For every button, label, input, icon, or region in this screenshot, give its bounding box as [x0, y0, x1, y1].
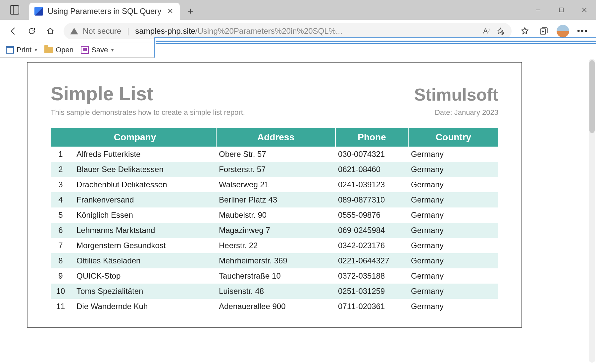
cell-company: Die Wandernde Kuh [71, 299, 216, 314]
favorite-icon[interactable] [496, 26, 505, 36]
cell-num: 8 [51, 253, 71, 268]
window-controls [526, 0, 596, 20]
browser-tab[interactable]: Using Parameters in SQL Query ✕ [29, 3, 180, 20]
cell-company: Drachenblut Delikatessen [71, 177, 216, 192]
cell-address: Mehrheimerstr. 369 [216, 253, 335, 268]
tab-title: Using Parameters in SQL Query [48, 7, 161, 16]
cell-country: Germany [408, 162, 498, 177]
cell-num: 11 [51, 299, 71, 314]
cell-phone: 0251-031259 [335, 284, 408, 299]
cell-country: Germany [408, 192, 498, 207]
cell-phone: 0555-09876 [335, 207, 408, 223]
cell-country: Germany [408, 299, 498, 314]
cell-address: Berliner Platz 43 [216, 192, 335, 207]
close-window-button[interactable] [573, 0, 596, 20]
back-button[interactable] [5, 23, 22, 40]
report-date: Date: January 2023 [435, 108, 498, 117]
cell-phone: 030-0074321 [335, 147, 408, 162]
warning-icon [70, 28, 78, 34]
favorites-icon[interactable] [520, 26, 530, 36]
table-row: 8Ottilies KäseladenMehrheimerstr. 369022… [51, 253, 498, 268]
cell-country: Germany [408, 207, 498, 223]
open-label: Open [56, 46, 74, 54]
table-row: 9QUICK-StopTaucherstraße 100372-035188Ge… [51, 268, 498, 284]
table-row: 6Lehmanns MarktstandMagazinweg 7069-0245… [51, 223, 498, 238]
cell-address: Maubelstr. 90 [216, 207, 335, 223]
home-button[interactable] [42, 23, 59, 40]
cell-country: Germany [408, 284, 498, 299]
cell-phone: 0711-020361 [335, 299, 408, 314]
open-button[interactable]: Open [42, 44, 76, 56]
cell-company: QUICK-Stop [71, 268, 216, 284]
bookmarks-button[interactable] [124, 44, 596, 56]
cell-country: Germany [408, 268, 498, 284]
table-header-row: Company Address Phone Country [51, 128, 498, 147]
cell-company: Ottilies Käseladen [71, 253, 216, 268]
new-tab-button[interactable]: + [183, 4, 198, 19]
cell-country: Germany [408, 177, 498, 192]
refresh-button[interactable] [23, 23, 40, 40]
cell-phone: 0621-08460 [335, 162, 408, 177]
table-row: 3Drachenblut DelikatessenWalserweg 21024… [51, 177, 498, 192]
cell-address: Forsterstr. 57 [216, 162, 335, 177]
cell-phone: 089-0877310 [335, 192, 408, 207]
table-row: 1Alfreds FutterkisteObere Str. 57030-007… [51, 147, 498, 162]
cell-company: Blauer See Delikatessen [71, 162, 216, 177]
cell-num: 9 [51, 268, 71, 284]
cell-num: 6 [51, 223, 71, 238]
table-row: 10Toms SpezialitätenLuisenstr. 480251-03… [51, 284, 498, 299]
report-subtitle: This sample demonstrates how to create a… [51, 108, 245, 117]
cell-company: Frankenversand [71, 192, 216, 207]
cell-country: Germany [408, 223, 498, 238]
cell-country: Germany [408, 253, 498, 268]
folder-icon [44, 47, 53, 53]
table-row: 7Morgenstern GesundkostHeerstr. 220342-0… [51, 238, 498, 253]
cell-num: 2 [51, 162, 71, 177]
report-toolbar: Print▾ Open Save▾ ? Page of 1 100%▾ Sing… [0, 42, 596, 58]
favicon-icon [34, 7, 43, 16]
cell-address: Walserweg 21 [216, 177, 335, 192]
table-row: 2Blauer See DelikatessenForsterstr. 5706… [51, 162, 498, 177]
url-text: samples-php.site/Using%20Parameters%20in… [135, 26, 477, 36]
minimize-button[interactable] [526, 0, 550, 20]
cell-company: Toms Spezialitäten [71, 284, 216, 299]
cell-num: 5 [51, 207, 71, 223]
th-address: Address [216, 128, 335, 147]
cell-num: 3 [51, 177, 71, 192]
browser-titlebar: Using Parameters in SQL Query ✕ + [0, 0, 596, 20]
close-tab-icon[interactable]: ✕ [166, 7, 174, 16]
cell-address: Luisenstr. 48 [216, 284, 335, 299]
cell-country: Germany [408, 238, 498, 253]
report-brand: Stimulsoft [414, 85, 498, 105]
cell-address: Heerstr. 22 [216, 238, 335, 253]
save-label: Save [91, 46, 108, 54]
reader-mode-icon[interactable]: A⁾ [482, 26, 491, 36]
more-menu-icon[interactable]: ••• [577, 26, 588, 36]
cell-phone: 069-0245984 [335, 223, 408, 238]
print-button[interactable]: Print▾ [3, 44, 40, 56]
th-company: Company [51, 128, 216, 147]
save-button[interactable]: Save▾ [78, 44, 116, 56]
cell-address: Magazinweg 7 [216, 223, 335, 238]
tab-actions-icon[interactable] [10, 5, 19, 15]
profile-avatar[interactable] [557, 25, 569, 37]
maximize-button[interactable] [550, 0, 573, 20]
cell-num: 7 [51, 238, 71, 253]
scrollbar-thumb[interactable] [589, 60, 595, 133]
cell-phone: 0241-039123 [335, 177, 408, 192]
save-icon [81, 46, 89, 54]
vertical-scrollbar[interactable] [589, 59, 595, 363]
cell-address: Taucherstraße 10 [216, 268, 335, 284]
cell-company: Morgenstern Gesundkost [71, 238, 216, 253]
report-viewport: Simple List Stimulsoft This sample demon… [0, 58, 596, 364]
th-phone: Phone [335, 128, 408, 147]
report-title: Simple List [51, 82, 153, 105]
svg-rect-1 [559, 8, 563, 12]
cell-address: Adenauerallee 900 [216, 299, 335, 314]
data-table: Company Address Phone Country 1Alfreds F… [51, 128, 498, 314]
collections-icon[interactable] [538, 26, 549, 36]
url-box[interactable]: Not secure | samples-php.site/Using%20Pa… [64, 23, 512, 39]
report-page: Simple List Stimulsoft This sample demon… [27, 62, 522, 328]
cell-num: 1 [51, 147, 71, 162]
cell-company: Lehmanns Marktstand [71, 223, 216, 238]
